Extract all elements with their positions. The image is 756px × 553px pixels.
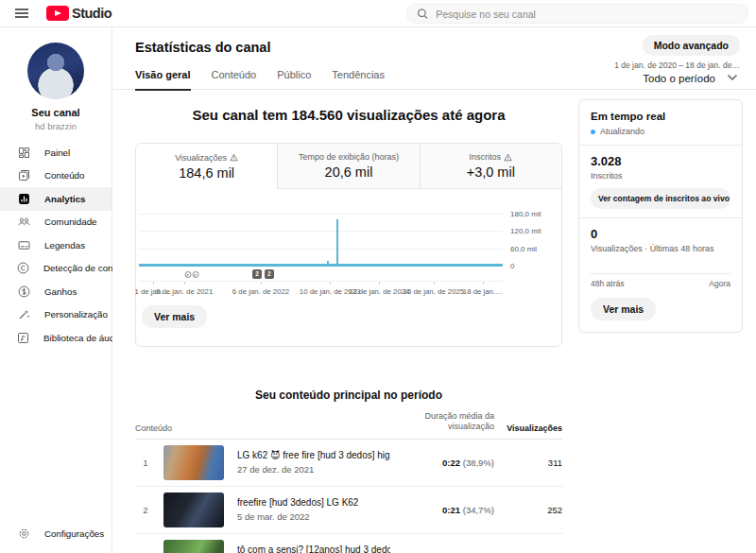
overview-card: Visualizações 184,6 mil Tempo de exibiçã… <box>135 143 562 347</box>
y-axis-tick: 0 <box>510 262 514 270</box>
video-title: tô com a sensi? [12anos] hud 3 dedos!😈 <box>237 544 390 553</box>
search-input[interactable] <box>436 9 738 20</box>
realtime-views-label: Visualizações · Últimas 48 horas <box>591 244 730 253</box>
sidebar: Seu canal hd brazzin Painel Conteúdo Ana… <box>0 27 112 553</box>
copyright-icon <box>16 261 30 276</box>
x-axis-tick: 13 de jan. de 2024 <box>349 287 410 296</box>
realtime-title: Em tempo real <box>591 111 730 122</box>
table-row[interactable]: 1 LG k62 😈 free fire [hud 3 dedos] highl… <box>135 440 562 487</box>
y-axis-tick: 120,0 mil <box>510 227 541 235</box>
metric-tab-tempo-de-exibicao[interactable]: Tempo de exibição (horas) 20,6 mil <box>277 144 419 189</box>
video-thumbnail <box>163 540 224 553</box>
metric-tab-inscritos[interactable]: Inscritos +3,0 mil <box>420 144 561 189</box>
video-marker-icon[interactable] <box>184 271 191 278</box>
sparkline-axis-end: Agora <box>709 279 730 288</box>
tab-publico[interactable]: Público <box>277 69 311 91</box>
sidebar-item-configuracoes[interactable]: Configurações <box>0 523 112 546</box>
sidebar-item-analytics[interactable]: Analytics <box>0 187 112 211</box>
x-axis-tick: 6 de jan. de 2022 <box>232 287 289 296</box>
studio-logo-text: Studio <box>72 6 112 21</box>
table-header: Conteúdo Duração média da visualização V… <box>135 411 562 440</box>
advanced-mode-button[interactable]: Modo avançado <box>643 35 740 56</box>
top-bar: Studio <box>0 0 756 27</box>
tab-conteudo[interactable]: Conteúdo <box>212 69 257 91</box>
date-range-selector[interactable]: 1 de jan. de 2020 – 18 de jan. de… Todo … <box>614 60 740 84</box>
youtube-play-icon <box>46 6 69 21</box>
sidebar-item-comunidade[interactable]: Comunidade <box>0 211 112 234</box>
updating-dot <box>591 130 595 134</box>
gridline <box>139 214 503 215</box>
gridline <box>139 249 503 250</box>
realtime-card: Em tempo real Atualizando 3.028 Inscrito… <box>578 99 743 333</box>
realtime-subscribers-value: 3.028 <box>591 154 730 168</box>
column-avg-duration[interactable]: Duração média da visualização <box>390 411 494 433</box>
gear-icon <box>16 527 31 542</box>
divider <box>579 145 742 146</box>
x-tick-mark <box>330 282 331 285</box>
overview-headline: Seu canal tem 184.560 visualizações até … <box>135 107 562 123</box>
date-range-text: 1 de jan. de 2020 – 18 de jan. de… <box>614 60 740 70</box>
video-group-marker[interactable]: 2 <box>265 269 274 279</box>
sidebar-item-legendas[interactable]: Legendas <box>0 233 112 257</box>
video-marker-icon[interactable] <box>192 271 198 278</box>
community-icon <box>16 215 31 230</box>
realtime-sparkline <box>591 257 730 274</box>
table-row[interactable]: 2 freefire [hud 3dedos] LG K62 5 de mar.… <box>135 487 562 534</box>
audio-library-icon <box>16 330 30 345</box>
column-views[interactable]: Visualizações <box>494 423 562 433</box>
earnings-icon <box>16 284 31 299</box>
subtitles-icon <box>16 237 31 252</box>
channel-avatar[interactable] <box>27 43 84 99</box>
youtube-studio-logo[interactable]: Studio <box>46 6 112 21</box>
video-date: 27 de dez. de 2021 <box>237 464 390 475</box>
x-tick-mark <box>379 282 380 285</box>
sidebar-item-conteudo[interactable]: Conteúdo <box>0 164 112 188</box>
table-row[interactable]: 3 tô com a sensi? [12anos] hud 3 dedos!😈… <box>135 534 562 553</box>
x-tick-mark <box>153 282 154 285</box>
chart-spike <box>327 261 329 267</box>
sidebar-item-personalizacao[interactable]: Personalização <box>0 303 112 327</box>
chart-y-labels: 180,0 mil120,0 mil60,0 mil0 <box>503 214 552 266</box>
top-content-table: Conteúdo Duração média da visualização V… <box>135 411 562 553</box>
x-axis-tick: 15 de jan. de 2025 <box>404 287 465 296</box>
warning-icon <box>504 153 512 162</box>
page-title: Estatísticas do canal <box>135 40 270 55</box>
search-bar[interactable] <box>406 4 748 24</box>
x-axis-tick: 18 de jan.… <box>463 287 503 296</box>
divider <box>579 217 742 218</box>
video-title: LG k62 😈 free fire [hud 3 dedos] highlig… <box>237 450 390 460</box>
y-axis-tick: 180,0 mil <box>510 210 541 218</box>
sparkline-axis-start: 48h atrás <box>591 279 624 288</box>
views-line-chart[interactable] <box>139 214 503 266</box>
tab-visao-geral[interactable]: Visão geral <box>135 69 191 91</box>
gridline <box>139 231 503 232</box>
realtime-views-value: 0 <box>591 227 730 241</box>
video-group-marker[interactable]: 2 <box>252 269 262 279</box>
live-subscriber-count-button[interactable]: Ver contagem de inscritos ao vivo <box>591 188 730 209</box>
y-axis-tick: 60,0 mil <box>510 244 537 252</box>
sidebar-item-biblioteca-de-audio[interactable]: Biblioteca de áudio <box>0 326 112 350</box>
x-tick-mark <box>483 282 484 285</box>
realtime-subscribers-label: Inscritos <box>591 171 730 181</box>
video-title: freefire [hud 3dedos] LG K62 <box>237 497 390 508</box>
x-tick-mark <box>434 282 435 285</box>
chart-see-more-button[interactable]: Ver mais <box>142 305 207 328</box>
x-tick-mark <box>261 282 262 285</box>
video-date: 5 de mar. de 2022 <box>237 511 390 522</box>
tab-tendencias[interactable]: Tendências <box>332 69 385 91</box>
period-label: Todo o período <box>643 73 715 84</box>
chart-video-markers: 22 <box>139 268 503 281</box>
chart-x-axis: 1 de jan. …3 de jan. de 20216 de jan. de… <box>139 281 503 298</box>
realtime-see-more-button[interactable]: Ver mais <box>591 298 656 320</box>
column-content[interactable]: Conteúdo <box>135 423 390 433</box>
metric-tabs: Visualizações 184,6 mil Tempo de exibiçã… <box>136 144 561 189</box>
hamburger-menu-icon[interactable] <box>15 9 28 18</box>
metric-tab-visualizacoes[interactable]: Visualizações 184,6 mil <box>136 144 277 189</box>
video-thumbnail <box>163 445 224 480</box>
chart-baseline <box>139 264 503 267</box>
customization-icon <box>16 307 31 322</box>
sidebar-item-deteccao-de-conteudo[interactable]: Detecção de conteúdo <box>0 257 112 281</box>
sidebar-item-ganhos[interactable]: Ganhos <box>0 280 112 303</box>
content-icon <box>16 168 31 183</box>
sidebar-item-painel[interactable]: Painel <box>0 141 112 164</box>
